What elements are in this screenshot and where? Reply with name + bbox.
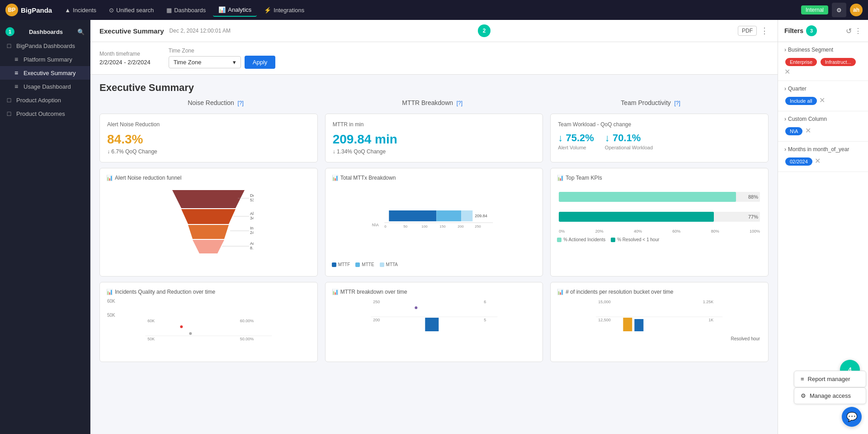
funnel-container: Deduped Even... 53.05K 100.0% Alerts 34.… — [106, 186, 311, 267]
manage-access-button[interactable]: ⚙ Manage access — [794, 387, 866, 404]
timezone-select-value: Time Zone — [174, 59, 202, 66]
mttr-card-qoq: ↓ 1.34% QoQ Change — [333, 148, 536, 155]
apply-button[interactable]: Apply — [245, 56, 276, 69]
months-section: › Months in month_of_year 02/2024 ✕ — [778, 142, 868, 172]
kpi-bar-resolved: 77% — [559, 212, 760, 222]
svg-rect-17 — [389, 210, 436, 221]
sidebar-item-product-outcomes[interactable]: □ Product Outcomes — [0, 107, 90, 120]
quality-title-text: Incidents Quality and Reduction over tim… — [115, 289, 215, 295]
sidebar-item-bigpanda-dashboards[interactable]: □ BigPanda Dashboards — [0, 39, 90, 52]
chart-cards-row: 📊 Alert Noise reduction funnel De — [90, 162, 778, 277]
nav-incidents[interactable]: ▲ Incidents — [59, 4, 102, 16]
sidebar-search-icon[interactable]: 🔍 — [77, 29, 85, 35]
executive-summary-icon: ≡ — [13, 69, 20, 76]
mtte-label: MTTE — [362, 262, 374, 267]
pdf-button[interactable]: PDF — [738, 26, 757, 36]
svg-text:1K: 1K — [709, 318, 714, 322]
svg-text:209.84: 209.84 — [475, 214, 487, 218]
noise-card-value: 84.3% — [107, 132, 310, 147]
filters-circle-label: 3 — [806, 25, 817, 36]
resolved-label: % Resolved < 1 hour — [617, 237, 659, 242]
settings-button[interactable]: ⚙ — [832, 3, 846, 17]
mttf-dot — [332, 262, 336, 267]
mttr-help-icon[interactable]: [?] — [457, 100, 462, 106]
svg-text:1.25K: 1.25K — [703, 300, 714, 304]
dash-circle-label: 2 — [478, 24, 491, 37]
nav-dashboards[interactable]: ▦ Dashboards — [161, 4, 211, 16]
svg-text:8.36K 15.8%: 8.36K 15.8% — [250, 246, 254, 250]
quarter-clear[interactable]: ✕ — [819, 96, 825, 105]
page-title-bar: Executive Summary — [90, 75, 778, 95]
manage-access-label: Manage access — [810, 392, 851, 399]
dash-more-button[interactable]: ⋮ — [760, 27, 769, 35]
report-manager-icon: ≡ — [801, 376, 804, 382]
svg-rect-43 — [623, 318, 632, 331]
alert-volume-value: ↓ 75.2% — [558, 132, 594, 144]
metric-cards-row: Alert Noise Reduction 84.3% ↓ 6.7% QoQ C… — [90, 110, 778, 162]
business-segment-clear[interactable]: ✕ — [784, 67, 790, 76]
mttrx-svg: N\A 209.84 0 50 100 150 — [332, 186, 537, 258]
top-navigation: BP BigPanda ▲ Incidents ⊙ Unified search… — [0, 0, 868, 20]
filters-refresh-button[interactable]: ↺ — [846, 27, 852, 35]
kpi-bar-resolved-fill — [559, 212, 713, 222]
filters-more-button[interactable]: ⋮ — [854, 27, 862, 35]
month-date-tag[interactable]: 02/2024 — [785, 157, 812, 166]
custom-column-clear[interactable]: ✕ — [805, 126, 811, 135]
alert-volume-col: ↓ 75.2% Alert Volume — [558, 132, 594, 150]
include-all-tag[interactable]: Include all — [785, 97, 817, 105]
mttrx-legend: MTTF MTTE MTTA — [332, 262, 537, 267]
sidebar-item-product-adoption[interactable]: □ Product Adoption — [0, 93, 90, 107]
mttrx-chart-title: 📊 Total MTTx Breakdown — [332, 175, 537, 181]
quarter-title[interactable]: › Quarter — [784, 86, 862, 92]
actioned-label: % Actioned Incidents — [563, 237, 605, 242]
nav-analytics[interactable]: 📊 Analytics — [213, 4, 257, 17]
enterprise-tag-label: Enterprise — [790, 59, 812, 65]
mtta-dot — [380, 262, 384, 267]
kpi-axis-80: 80% — [711, 229, 719, 234]
user-avatar[interactable]: ah — [850, 4, 863, 16]
nav-search-label: Unified search — [116, 7, 154, 14]
sidebar-item-executive-summary[interactable]: ≡ Executive Summary — [0, 66, 90, 80]
enterprise-tag[interactable]: Enterprise — [785, 58, 817, 66]
custom-column-section: › Custom Column N\A ✕ — [778, 111, 868, 142]
report-manager-button[interactable]: ≡ Report manager — [794, 371, 866, 387]
business-segment-title[interactable]: › Business Segment — [784, 47, 862, 53]
quality-chart-title: 📊 Incidents Quality and Reduction over t… — [106, 289, 311, 295]
sidebar-platform-label: Platform Summary — [24, 56, 72, 63]
chevron-right-icon: › — [784, 47, 786, 53]
svg-point-29 — [180, 325, 183, 328]
nav-integrations[interactable]: ⚡ Integrations — [259, 4, 310, 16]
timezone-select[interactable]: Time Zone ▾ — [169, 56, 241, 68]
kpi-axis-100: 100% — [750, 229, 760, 234]
sidebar-item-usage-dashboard[interactable]: ≡ Usage Dashboard — [0, 80, 90, 93]
kpi-axis-0: 0% — [559, 229, 565, 234]
nav-unified-search[interactable]: ⊙ Unified search — [104, 4, 159, 16]
chat-fab-button[interactable]: 💬 — [842, 407, 862, 427]
mttr-section-title: MTTR Breakdown — [402, 99, 453, 106]
infrastruct-tag[interactable]: Infrastruct... — [821, 58, 856, 66]
quality-y-60k: 60K — [107, 299, 115, 304]
months-label: Months in month_of_year — [788, 146, 849, 153]
noise-help-icon[interactable]: [?] — [238, 100, 244, 106]
svg-text:53.05K 100.0%: 53.05K 100.0% — [250, 198, 254, 202]
page-title: Executive Summary — [99, 82, 769, 94]
quality-y-axis: 60K 50K — [106, 299, 311, 318]
chevron-right-quarter-icon: › — [784, 86, 786, 92]
bigpanda-dashboards-icon: □ — [5, 42, 13, 49]
svg-text:Incidents: Incidents — [250, 226, 254, 230]
team-productivity-card: Team Workload - QoQ change ↓ 75.2% Alert… — [550, 114, 769, 162]
dashboard-header: Executive Summary Dec 2, 2024 12:00:01 A… — [90, 20, 778, 42]
report-manager-label: Report manager — [808, 376, 850, 382]
kpi-axis-40: 40% — [634, 229, 642, 234]
custom-column-title[interactable]: › Custom Column — [784, 116, 862, 122]
sidebar-usage-label: Usage Dashboard — [24, 83, 71, 90]
months-title[interactable]: › Months in month_of_year — [784, 146, 862, 153]
svg-marker-3 — [193, 240, 224, 253]
na-tag[interactable]: N\A — [785, 127, 802, 135]
filter-row: Month timeframe 2/2/2024 - 2/2/2024 Time… — [90, 42, 778, 75]
team-help-icon[interactable]: [?] — [674, 100, 680, 106]
months-clear[interactable]: ✕ — [815, 157, 821, 165]
sidebar-item-platform-summary[interactable]: ≡ Platform Summary — [0, 52, 90, 66]
resolved-legend: % Resolved < 1 hour — [611, 237, 659, 242]
mtta-legend: MTTA — [380, 262, 398, 267]
